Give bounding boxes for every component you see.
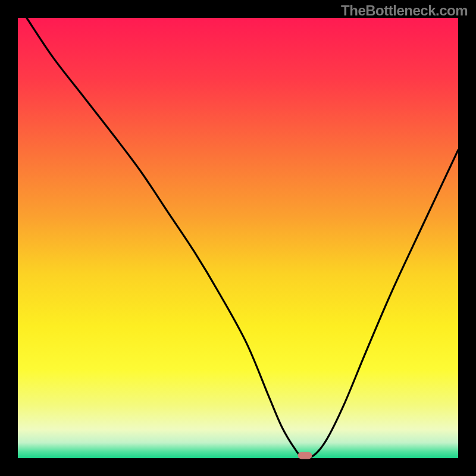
chart-frame: { "watermark": "TheBottleneck.com", "cha… <box>0 0 476 476</box>
bottleneck-chart <box>0 0 476 476</box>
optimal-marker <box>298 452 312 459</box>
plot-background <box>18 18 458 458</box>
watermark-text: TheBottleneck.com <box>341 2 468 19</box>
